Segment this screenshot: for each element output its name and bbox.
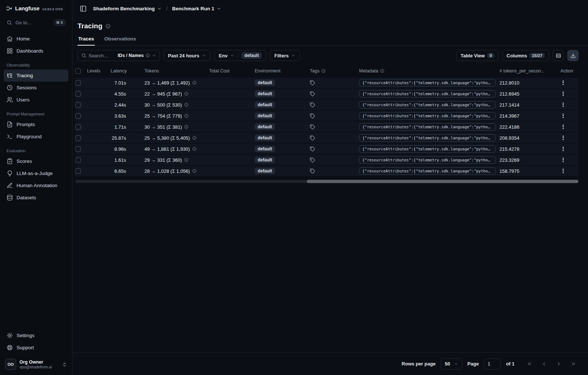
rows-per-page-select[interactable]: 50 <box>441 358 462 369</box>
column-header-total-cost[interactable]: Total Cost <box>209 68 255 74</box>
tag-icon <box>310 157 315 163</box>
kebab-menu-icon[interactable]: ⋮ <box>560 90 566 97</box>
search-mode-dropdown[interactable]: IDs / Names <box>118 53 156 58</box>
sidebar-item-human-annotation[interactable]: Human Annotation <box>4 179 68 192</box>
tab-observations[interactable]: Observations <box>104 34 137 45</box>
column-header-latency[interactable]: Latency <box>111 68 144 74</box>
row-checkbox[interactable] <box>75 157 81 163</box>
latency-cell: 25.87s <box>111 135 144 141</box>
user-menu[interactable]: OO Org Owner ops@shadeform.ai <box>4 356 68 371</box>
column-header-tags[interactable]: Tags <box>310 68 359 74</box>
project-breadcrumb[interactable]: Benchmark Run 1 <box>172 6 221 11</box>
kebab-menu-icon[interactable]: ⋮ <box>560 157 566 163</box>
column-header-levels[interactable]: Levels <box>87 68 111 74</box>
table-row[interactable]: 2.44s 30 → 500 (Σ 530) default {"resourc… <box>75 100 578 111</box>
column-header-metadata[interactable]: Metadata <box>359 68 499 74</box>
tab-bar: Traces Observations <box>72 34 588 46</box>
columns-button[interactable]: Columns 15/27 <box>502 50 549 61</box>
tags-cell[interactable] <box>310 146 359 152</box>
tab-traces[interactable]: Traces <box>78 34 95 46</box>
kebab-menu-icon[interactable]: ⋮ <box>560 113 566 119</box>
tags-cell[interactable] <box>310 91 359 97</box>
table-row[interactable]: 7.01s 23 → 1,469 (Σ 1,492) default {"res… <box>75 78 578 89</box>
previous-page-button[interactable] <box>539 359 549 369</box>
column-header-tokens[interactable]: Tokens <box>144 68 209 74</box>
kebab-menu-icon[interactable]: ⋮ <box>560 168 566 174</box>
sidebar-item-scores[interactable]: Scores <box>4 155 68 167</box>
tags-cell[interactable] <box>310 124 359 130</box>
info-icon <box>184 114 189 118</box>
column-header-action[interactable]: Action <box>557 68 577 74</box>
kebab-menu-icon[interactable]: ⋮ <box>560 79 566 86</box>
tags-cell[interactable] <box>310 168 359 174</box>
table-row[interactable]: 1.61s 29 → 331 (Σ 360) default {"resourc… <box>75 155 578 166</box>
sidebar-item-datasets[interactable]: Datasets <box>4 192 68 204</box>
kebab-menu-icon[interactable]: ⋮ <box>560 135 566 141</box>
export-button[interactable] <box>567 50 578 61</box>
sidebar-toggle-button[interactable] <box>78 3 89 14</box>
time-range-label: Past 24 hours <box>168 53 199 58</box>
metadata-value: {"resourceAttributes":{"telemetry.sdk.la… <box>359 167 496 175</box>
row-checkbox[interactable] <box>75 91 81 97</box>
page-number-input[interactable] <box>484 358 501 369</box>
sidebar-item-settings[interactable]: Settings <box>4 329 68 342</box>
columns-label: Columns <box>507 53 527 58</box>
tag-icon <box>310 80 315 86</box>
next-page-button[interactable] <box>553 359 564 369</box>
kebab-menu-icon[interactable]: ⋮ <box>560 124 566 130</box>
search-box[interactable]: IDs / Names <box>78 50 160 61</box>
env-filter[interactable]: Env default <box>214 50 266 61</box>
action-cell: ⋮ <box>557 113 577 119</box>
sidebar-item-home[interactable]: Home <box>4 33 68 45</box>
sidebar-item-users[interactable]: Users <box>4 94 68 106</box>
filters-button[interactable]: Filters <box>270 50 300 61</box>
tags-cell[interactable] <box>310 102 359 108</box>
first-page-button[interactable] <box>524 359 534 369</box>
tags-cell[interactable] <box>310 157 359 163</box>
brand-name: Langfuse <box>15 5 40 11</box>
row-checkbox[interactable] <box>75 168 81 174</box>
row-checkbox[interactable] <box>75 146 81 152</box>
kebab-menu-icon[interactable]: ⋮ <box>560 146 566 152</box>
tag-icon <box>310 146 315 152</box>
kebab-menu-icon[interactable]: ⋮ <box>560 101 566 108</box>
sidebar-item-sessions[interactable]: Sessions <box>4 82 68 94</box>
row-height-button[interactable] <box>553 50 564 61</box>
search-input[interactable] <box>89 53 115 58</box>
last-page-button[interactable] <box>568 359 578 369</box>
table-row[interactable]: 4.55s 22 → 945 (Σ 967) default {"resourc… <box>75 89 578 100</box>
scrollbar-thumb[interactable] <box>307 180 578 183</box>
sidebar-item-dashboards[interactable]: Dashboards <box>4 45 68 57</box>
sidebar: Langfuse v3.83.0 OSS Go to... ⌘ K Home D… <box>0 0 72 375</box>
goto-search[interactable]: Go to... ⌘ K <box>4 17 68 28</box>
sidebar-item-support[interactable]: Support <box>4 342 68 354</box>
avatar: OO <box>5 359 16 370</box>
sidebar-item-playground[interactable]: Playground <box>4 131 68 143</box>
tokens-per-second-cell: 212.8010 <box>499 80 557 86</box>
select-all-checkbox[interactable] <box>75 68 81 74</box>
sidebar-item-llm-as-a-judge[interactable]: LLM-as-a-Judge <box>4 167 68 179</box>
table-view-button[interactable]: Table View 0 <box>456 50 498 61</box>
column-header-tokens-per-second[interactable]: # tokens_per_secon... <box>499 68 557 74</box>
tags-cell[interactable] <box>310 80 359 86</box>
table-row[interactable]: 6.65s 28 → 1,028 (Σ 1,056) default {"res… <box>75 166 578 177</box>
row-checkbox[interactable] <box>75 113 81 119</box>
table-row[interactable]: 1.71s 30 → 351 (Σ 381) default {"resourc… <box>75 122 578 133</box>
horizontal-scrollbar[interactable] <box>75 180 578 183</box>
table-row[interactable]: 8.96s 49 → 1,881 (Σ 1,930) default {"res… <box>75 144 578 155</box>
column-header-environment[interactable]: Environment <box>255 68 310 74</box>
tags-cell[interactable] <box>310 135 359 141</box>
sidebar-item-label: Datasets <box>17 195 36 200</box>
table-row[interactable]: 25.87s 25 → 5,380 (Σ 5,405) default {"re… <box>75 133 578 144</box>
row-checkbox[interactable] <box>75 124 81 130</box>
sidebar-item-prompts[interactable]: Prompts <box>4 118 68 131</box>
row-checkbox[interactable] <box>75 102 81 108</box>
sidebar-item-tracing[interactable]: Tracing <box>4 69 68 82</box>
time-range-filter[interactable]: Past 24 hours <box>164 50 211 61</box>
table-row[interactable]: 3.63s 25 → 754 (Σ 779) default {"resourc… <box>75 111 578 122</box>
row-checkbox[interactable] <box>75 80 81 86</box>
row-checkbox[interactable] <box>75 135 81 141</box>
action-cell: ⋮ <box>557 157 577 163</box>
tags-cell[interactable] <box>310 113 359 119</box>
org-breadcrumb[interactable]: Shadeform Benchmarking <box>93 6 162 11</box>
